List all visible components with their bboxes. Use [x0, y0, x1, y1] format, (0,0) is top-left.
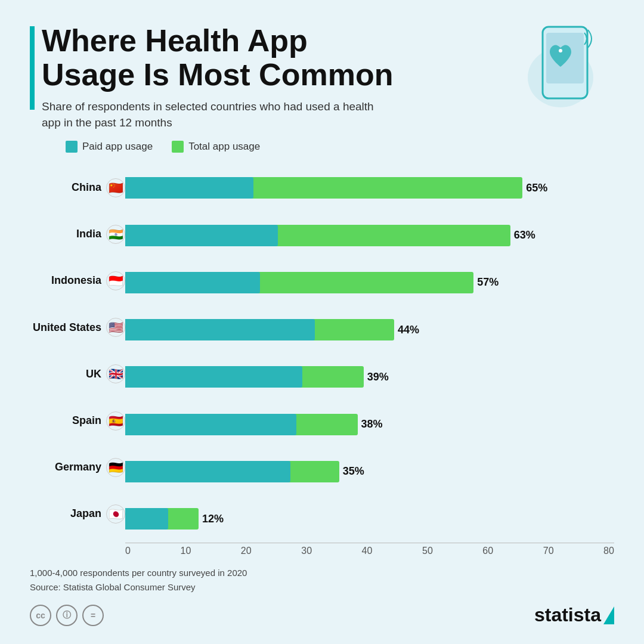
equals-icon: =: [82, 605, 104, 626]
x-axis: 01020304050607080: [125, 543, 614, 556]
statista-triangle: [603, 606, 614, 624]
country-name: China: [30, 181, 101, 194]
legend-paid: Paid app usage: [66, 141, 153, 153]
source-line-2: Source: Statista Global Consumer Survey: [30, 580, 614, 595]
bar-container: 57%: [125, 267, 614, 298]
country-flag: 🇯🇵: [106, 504, 125, 524]
header: Where Health AppUsage Is Most Common Sha…: [30, 24, 614, 131]
bar-percent-label: 65%: [526, 182, 547, 194]
legend: Paid app usage Total app usage: [66, 141, 614, 153]
bar-paid: [125, 461, 290, 482]
bar-row-indonesia: 57%: [125, 267, 614, 298]
cc-icon: cc: [30, 605, 51, 626]
country-flag: 🇮🇳: [106, 225, 125, 244]
country-name: Spain: [30, 414, 101, 427]
source-line-1: 1,000-4,000 respondents per country surv…: [30, 566, 614, 580]
y-label-india: India 🇮🇳: [30, 219, 125, 250]
bar-paid: [125, 366, 302, 388]
x-tick: 50: [422, 546, 433, 556]
title-text: Where Health AppUsage Is Most Common Sha…: [42, 24, 393, 131]
title-section: Where Health AppUsage Is Most Common Sha…: [30, 24, 507, 131]
bar-paid: [125, 272, 260, 293]
bar-paid: [125, 414, 296, 435]
footer-source: 1,000-4,000 respondents per country surv…: [30, 566, 614, 595]
bar-row-germany: 35%: [125, 456, 614, 487]
country-flag: 🇪🇸: [106, 411, 125, 431]
x-tick: 70: [543, 546, 554, 556]
bar-percent-label: 57%: [477, 276, 499, 289]
footer: 1,000-4,000 respondents per country surv…: [30, 566, 614, 626]
x-tick: 30: [301, 546, 312, 556]
person-icon: ⓘ: [56, 605, 78, 626]
bar-container: 38%: [125, 409, 614, 440]
cc-icons: cc ⓘ =: [30, 605, 104, 626]
bar-paid: [125, 225, 278, 246]
bar-row-united-states: 44%: [125, 314, 614, 345]
title-bar: [30, 26, 35, 110]
y-label-indonesia: Indonesia 🇮🇩: [30, 265, 125, 296]
y-label-spain: Spain 🇪🇸: [30, 405, 125, 436]
bar-paid: [125, 319, 315, 340]
statista-logo: statista: [534, 604, 614, 626]
bar-percent-label: 39%: [367, 371, 389, 383]
country-name: India: [30, 228, 101, 240]
bars-rows: 65%63%57%44%39%38%35%12%: [125, 165, 614, 543]
country-flag: 🇩🇪: [106, 458, 125, 477]
x-tick: 10: [180, 546, 191, 556]
country-name: Germany: [30, 461, 101, 473]
country-name: UK: [30, 368, 101, 380]
x-tick: 60: [482, 546, 493, 556]
y-label-china: China 🇨🇳: [30, 172, 125, 203]
y-label-germany: Germany 🇩🇪: [30, 452, 125, 483]
bar-row-japan: 12%: [125, 503, 614, 534]
x-tick: 20: [241, 546, 252, 556]
chart-area: China 🇨🇳 India 🇮🇳 Indonesia 🇮🇩 United St…: [30, 165, 614, 556]
y-label-uk: UK 🇬🇧: [30, 358, 125, 389]
bar-percent-label: 38%: [361, 418, 383, 431]
phone-icon: [507, 18, 614, 113]
x-tick: 40: [362, 546, 373, 556]
subtitle: Share of respondents in selected countri…: [42, 99, 376, 131]
country-name: Japan: [30, 507, 101, 520]
x-tick: 0: [125, 546, 131, 556]
bar-percent-label: 35%: [343, 465, 364, 478]
footer-bottom: cc ⓘ = statista: [30, 604, 614, 626]
bar-percent-label: 63%: [514, 229, 535, 242]
bar-row-china: 65%: [125, 172, 614, 203]
legend-paid-color: [66, 141, 78, 153]
bar-row-spain: 38%: [125, 409, 614, 440]
bar-container: 44%: [125, 314, 614, 345]
legend-paid-label: Paid app usage: [82, 141, 153, 153]
legend-total: Total app usage: [172, 141, 260, 153]
country-flag: 🇺🇸: [106, 318, 125, 337]
bar-paid: [125, 177, 253, 199]
bar-row-uk: 39%: [125, 361, 614, 392]
bar-percent-label: 44%: [398, 324, 419, 336]
infographic: Where Health AppUsage Is Most Common Sha…: [0, 0, 644, 644]
main-title: Where Health AppUsage Is Most Common: [42, 24, 393, 92]
country-flag: 🇬🇧: [106, 364, 125, 383]
bar-row-india: 63%: [125, 220, 614, 251]
bar-container: 35%: [125, 456, 614, 487]
country-name: Indonesia: [30, 274, 101, 287]
country-flag: 🇨🇳: [106, 178, 125, 197]
bar-container: 12%: [125, 503, 614, 534]
chart-inner: China 🇨🇳 India 🇮🇳 Indonesia 🇮🇩 United St…: [30, 165, 614, 556]
country-flag: 🇮🇩: [106, 271, 125, 290]
statista-text: statista: [534, 604, 601, 626]
svg-point-3: [559, 49, 562, 52]
bar-container: 39%: [125, 361, 614, 392]
bar-container: 65%: [125, 172, 614, 203]
country-name: United States: [30, 321, 101, 334]
bars-area: 65%63%57%44%39%38%35%12% 010203040506070…: [125, 165, 614, 556]
x-tick: 80: [603, 546, 614, 556]
bar-percent-label: 12%: [202, 513, 224, 525]
y-label-united-states: United States 🇺🇸: [30, 312, 125, 343]
y-axis-labels: China 🇨🇳 India 🇮🇳 Indonesia 🇮🇩 United St…: [30, 165, 125, 556]
legend-total-label: Total app usage: [188, 141, 260, 153]
legend-total-color: [172, 141, 184, 153]
bar-container: 63%: [125, 220, 614, 251]
bar-paid: [125, 508, 168, 530]
y-label-japan: Japan 🇯🇵: [30, 499, 125, 530]
